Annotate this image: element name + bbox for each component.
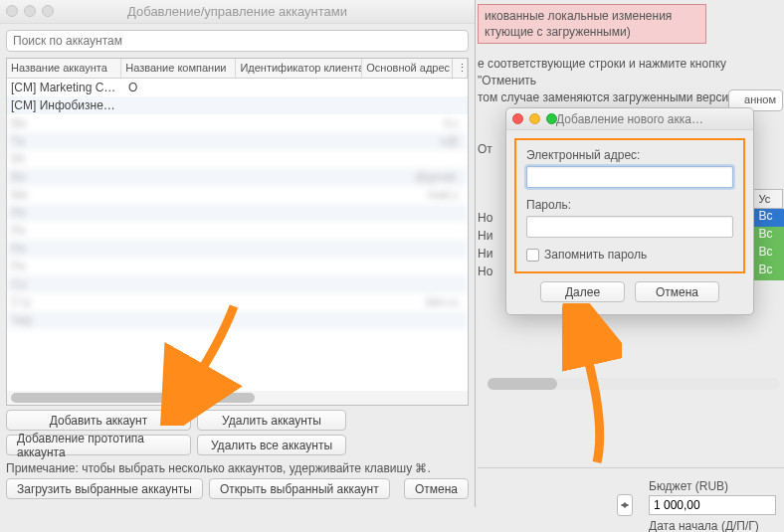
table-cell: bler.ru xyxy=(371,295,463,309)
table-cell: Сту xyxy=(7,295,124,309)
minimize-icon[interactable] xyxy=(529,113,540,124)
table-row[interactable]: Таu@ xyxy=(7,132,468,150)
table-row[interactable]: W\ xyxy=(7,150,468,168)
col-account-name[interactable]: Название аккаунта xyxy=(7,59,121,78)
table-cell: Ba xyxy=(7,116,124,130)
table-cell: W\ xyxy=(7,152,124,166)
table-cell: Чер xyxy=(7,313,124,327)
bg-note: е соответствующие строки и нажмите кнопк… xyxy=(478,56,776,89)
zoom-icon[interactable] xyxy=(546,113,557,124)
close-icon[interactable] xyxy=(512,113,523,124)
bg-scrollbar-thumb[interactable] xyxy=(488,378,557,390)
date-label: Дата начала (Д/П/Г) xyxy=(649,519,759,532)
col-company-name[interactable]: Название компании xyxy=(121,59,236,78)
table-cell: Co xyxy=(7,277,124,291)
table-cell: [CM] Marketing Co… xyxy=(7,81,124,94)
table-row[interactable]: Pe xyxy=(7,258,468,275)
cancel-button[interactable]: Отмена xyxy=(404,478,469,499)
open-selected-button[interactable]: Открыть выбранный аккаунт xyxy=(209,478,390,499)
accounts-table: Название аккаунта Название компании Иден… xyxy=(6,58,469,406)
table-row[interactable]: [CM] Инфобизнес… xyxy=(7,96,468,114)
window-title: Добавление/управление аккаунтами xyxy=(0,0,475,24)
table-cell: Pe xyxy=(7,242,124,256)
table-cell: Pe xyxy=(7,224,124,238)
table-row[interactable]: Стуbler.ru xyxy=(7,293,468,311)
bg-stepper[interactable] xyxy=(617,494,633,516)
budget-label: Бюджет (RUB) xyxy=(649,479,728,493)
search-input[interactable] xyxy=(6,30,469,52)
selection-hint: Примечание: чтобы выбрать несколько акка… xyxy=(0,457,475,479)
table-row[interactable]: Pe xyxy=(7,222,468,240)
note-line: е соответствующие строки и нажмите кнопк… xyxy=(478,56,776,89)
table-cell: Bo xyxy=(7,170,124,184)
table-cell: il.c xyxy=(371,116,463,130)
remember-label: Запомнить пароль xyxy=(544,248,647,262)
email-field[interactable] xyxy=(526,166,733,188)
conflict-banner: икованные локальные изменения ктующие с … xyxy=(478,4,706,44)
password-field[interactable] xyxy=(526,216,733,238)
add-account-window: Добавление нового акка… Электронный адре… xyxy=(505,107,754,315)
add-account-button[interactable]: Добавить аккаунт xyxy=(6,410,191,431)
load-selected-button[interactable]: Загрузить выбранные аккаунты xyxy=(6,478,203,499)
table-cell: Pe xyxy=(7,260,124,273)
table-row[interactable]: Bo@gmail. xyxy=(7,168,468,186)
banner-line: ктующие с загруженными) xyxy=(485,25,699,41)
table-row[interactable]: Чер xyxy=(7,311,468,329)
table-row[interactable]: Co xyxy=(7,275,468,293)
close-icon[interactable] xyxy=(6,5,18,17)
table-row[interactable]: Memail.c xyxy=(7,186,468,204)
manage-accounts-window: Добавление/управление аккаунтами Названи… xyxy=(0,0,476,507)
table-body: [CM] Marketing Co…O[CM] Инфобизнес…Bail.… xyxy=(7,79,468,329)
bg-divider xyxy=(478,467,784,468)
email-label: Электронный адрес: xyxy=(526,148,733,162)
minimize-icon[interactable] xyxy=(24,5,36,17)
zoom-icon[interactable] xyxy=(42,5,54,17)
delete-accounts-button[interactable]: Удалить аккаунты xyxy=(197,410,346,431)
col-primary-address[interactable]: Основной адрес xyxy=(362,59,452,78)
password-label: Пароль: xyxy=(526,198,733,212)
table-row[interactable]: Pe xyxy=(7,240,468,258)
table-cell: mail.c xyxy=(371,188,463,202)
table-cell: Me xyxy=(7,188,124,202)
col-client-id[interactable]: Идентификатор клиента xyxy=(236,59,362,78)
h-scrollbar-thumb[interactable] xyxy=(11,393,255,403)
table-row[interactable]: [CM] Marketing Co…O xyxy=(7,79,468,96)
table-row[interactable]: Bail.c xyxy=(7,114,468,132)
next-button[interactable]: Далее xyxy=(540,281,625,302)
delete-all-button[interactable]: Удалить все аккаунты xyxy=(197,435,346,455)
add-window-titlebar: Добавление нового акка… xyxy=(506,108,753,130)
remember-checkbox[interactable] xyxy=(526,249,539,262)
table-cell: Та xyxy=(7,134,124,148)
table-cell: Pe xyxy=(7,206,124,220)
window-controls xyxy=(6,5,54,17)
table-row[interactable]: Pe xyxy=(7,204,468,222)
table-cell: u@ xyxy=(371,134,463,148)
table-cell: @gmail. xyxy=(371,170,463,184)
budget-input[interactable] xyxy=(649,495,776,515)
banner-line: икованные локальные изменения xyxy=(485,9,699,25)
columns-menu-icon[interactable]: ⋮≡ xyxy=(452,59,468,78)
window-controls xyxy=(512,113,557,124)
add-prototype-button[interactable]: Добавление прототипа аккаунта xyxy=(6,435,191,455)
table-cell: O xyxy=(124,81,242,94)
cancel-button[interactable]: Отмена xyxy=(635,281,719,302)
highlight-box: Электронный адрес: Пароль: Запомнить пар… xyxy=(514,138,745,273)
table-header: Название аккаунта Название компании Иден… xyxy=(7,59,468,79)
table-cell: [CM] Инфобизнес… xyxy=(7,98,124,112)
